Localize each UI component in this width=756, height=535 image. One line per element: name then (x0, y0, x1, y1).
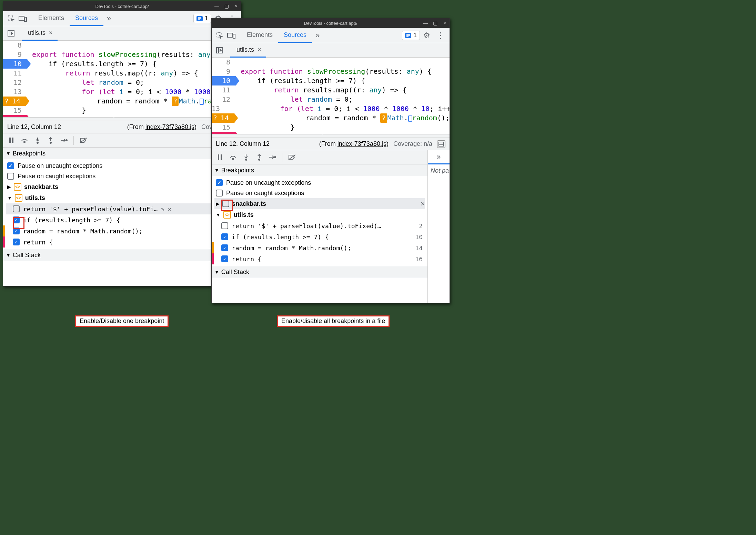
inspect-element-icon[interactable] (5, 13, 17, 24)
sourcemap-label: (From index-73f73a80.js) (127, 123, 196, 131)
tab-elements[interactable]: Elements (241, 28, 278, 43)
file-tab-utils[interactable]: utils.ts × (230, 43, 266, 58)
chevron-down-icon: ▼ (216, 212, 221, 218)
step-button[interactable] (58, 135, 69, 146)
breakpoint-item[interactable]: return '$' + parseFloat(value).toFi… ✎ ×… (6, 203, 238, 214)
file-tab-utils[interactable]: utils.ts × (22, 26, 58, 41)
pause-button[interactable] (214, 152, 225, 163)
inspect-element-icon[interactable] (214, 30, 225, 41)
navigator-toggle-icon[interactable] (5, 28, 17, 39)
svg-marker-6 (11, 32, 13, 34)
tab-elements[interactable]: Elements (33, 11, 70, 26)
gutter-conditional-breakpoint[interactable]: ?14 (3, 97, 26, 106)
breakpoint-item[interactable]: return '$' + parseFloat(value).toFixed(…… (214, 220, 425, 231)
edit-icon[interactable]: ✎ (161, 206, 164, 212)
file-tab-label: utils.ts (28, 29, 46, 37)
code-editor[interactable]: 8 9export function slowProcessing(result… (3, 41, 241, 117)
breakpoint-file-snackbar[interactable]: ▶ snackbar.ts × (214, 198, 425, 209)
chevron-right-icon: ▶ (216, 201, 220, 206)
gutter-logpoint[interactable]: ••16 (3, 115, 27, 117)
checkbox-unchecked-icon[interactable] (221, 222, 228, 229)
breakpoint-file-utils[interactable]: ▼ <> utils.ts (214, 209, 425, 220)
device-toolbar-icon[interactable] (17, 13, 29, 24)
drawer-tabs-icon[interactable]: » (428, 150, 450, 164)
pause-caught-row[interactable]: Pause on caught exceptions (6, 171, 238, 181)
checkbox-checked-icon[interactable]: ✓ (216, 179, 223, 186)
delete-icon[interactable]: × (421, 200, 425, 208)
code-editor[interactable]: 8 9export function slowProcessing(result… (212, 58, 450, 134)
callstack-pane-header[interactable]: ▼ Call Stack (3, 249, 241, 261)
inline-breakpoint-icon[interactable] (408, 115, 412, 122)
callstack-pane-header[interactable]: ▼ Call Stack (212, 266, 427, 278)
file-tab-close-icon[interactable]: × (49, 29, 53, 37)
device-toolbar-icon[interactable] (225, 30, 237, 41)
highlight-box (221, 200, 233, 211)
breakpoints-pane-header[interactable]: ▼ Breakpoints (3, 148, 241, 159)
settings-icon[interactable]: ⚙ (423, 31, 430, 40)
breakpoint-item[interactable]: ✓ return { 16 (6, 236, 238, 248)
checkbox-checked-icon[interactable]: ✓ (7, 162, 14, 169)
step-button[interactable] (267, 152, 278, 163)
gutter-breakpoint[interactable]: 10 (212, 76, 236, 85)
close-button[interactable]: × (442, 20, 447, 26)
navigator-toggle-icon[interactable] (214, 44, 225, 56)
chevron-right-icon: ▶ (7, 184, 11, 190)
file-tab-close-icon[interactable]: × (258, 46, 261, 53)
breakpoint-item[interactable]: ✓ if (results.length >= 7) { 10 (6, 214, 238, 225)
pause-uncaught-row[interactable]: ✓ Pause on uncaught exceptions (214, 178, 425, 188)
more-tabs-icon[interactable]: » (103, 14, 114, 23)
breakpoint-item[interactable]: ✓ if (results.length >= 7) { 10 (214, 231, 425, 242)
checkbox-checked-icon[interactable]: ✓ (221, 255, 228, 262)
sourcemap-link[interactable]: index-73f73a80.js (337, 140, 386, 147)
checkbox-checked-icon[interactable]: ✓ (221, 244, 228, 251)
gutter-logpoint[interactable]: ••16 (212, 132, 236, 134)
deactivate-breakpoints-button[interactable] (286, 152, 298, 163)
gutter-breakpoint[interactable]: 10 (3, 59, 27, 69)
inline-breakpoint-icon[interactable] (200, 99, 204, 105)
maximize-button[interactable]: ▢ (432, 20, 438, 26)
checkbox-checked-icon[interactable]: ✓ (221, 233, 228, 240)
step-out-button[interactable] (45, 135, 56, 146)
step-over-button[interactable] (228, 152, 239, 163)
pause-button[interactable] (6, 135, 17, 146)
close-button[interactable]: × (233, 3, 239, 9)
tab-sources[interactable]: Sources (278, 28, 312, 43)
breakpoint-file-snackbar[interactable]: ▶ <> snackbar.ts (6, 181, 238, 192)
inline-breakpoint-icon[interactable]: ? (172, 97, 179, 106)
window-title: DevTools - coffee-cart.app/ (95, 4, 149, 9)
tab-sources[interactable]: Sources (70, 11, 103, 26)
breakpoint-item[interactable]: ✓ random = random * Math.random(); 14 (214, 242, 425, 253)
checkbox-unchecked-icon[interactable] (7, 173, 14, 180)
step-into-button[interactable] (241, 152, 252, 163)
deactivate-breakpoints-button[interactable] (78, 135, 89, 146)
svg-point-9 (24, 141, 25, 143)
minimize-button[interactable]: — (423, 20, 428, 26)
checkbox-unchecked-icon[interactable] (216, 190, 223, 196)
breakpoint-item[interactable]: ✓ return { 16 (214, 253, 425, 264)
gutter-conditional-breakpoint[interactable]: ?14 (212, 113, 234, 123)
checkbox-unchecked-icon[interactable] (13, 205, 20, 212)
pause-uncaught-row[interactable]: ✓ Pause on uncaught exceptions (6, 161, 238, 171)
side-drawer: » Not pa (427, 150, 450, 303)
maximize-button[interactable]: ▢ (224, 3, 229, 9)
breakpoint-file-utils[interactable]: ▼ <> utils.ts (6, 192, 238, 203)
minimize-button[interactable]: — (214, 3, 220, 9)
svg-point-30 (245, 159, 247, 160)
checkbox-checked-icon[interactable]: ✓ (13, 239, 20, 245)
breakpoint-item[interactable]: ✓ random = random * Math.random(); 14 (6, 225, 238, 236)
step-over-button[interactable] (19, 135, 30, 146)
sourcemap-link[interactable]: index-73f73a80.js (145, 123, 194, 130)
svg-rect-7 (9, 138, 11, 143)
more-tabs-icon[interactable]: » (312, 31, 323, 40)
inline-breakpoint-icon[interactable]: ? (380, 113, 387, 123)
breakpoints-pane-header[interactable]: ▼ Breakpoints (212, 164, 427, 176)
pause-caught-row[interactable]: Pause on caught exceptions (214, 188, 425, 198)
delete-icon[interactable]: × (168, 205, 172, 213)
svg-rect-27 (221, 154, 222, 160)
issues-badge[interactable]: 1 (193, 14, 211, 23)
menu-icon[interactable]: ⋮ (436, 31, 445, 40)
step-into-button[interactable] (32, 135, 43, 146)
issues-badge[interactable]: 1 (402, 31, 420, 40)
step-out-button[interactable] (254, 152, 265, 163)
coverage-toggle-icon[interactable] (437, 140, 445, 148)
